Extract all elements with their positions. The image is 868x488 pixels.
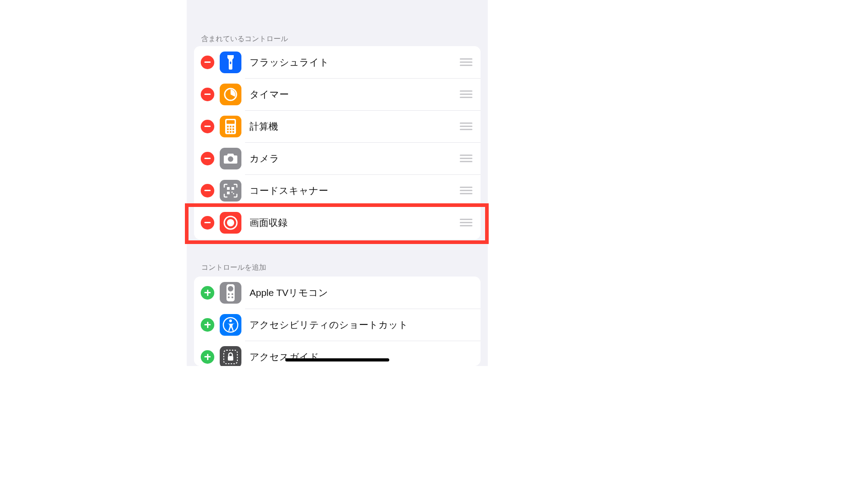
svg-rect-30 <box>228 356 233 361</box>
svg-point-9 <box>232 128 234 130</box>
list-item-flashlight[interactable]: フラッシュライト <box>194 46 481 78</box>
svg-point-13 <box>228 156 233 162</box>
item-label: フラッシュライト <box>250 56 460 69</box>
accessibility-icon <box>220 314 241 336</box>
included-controls-header: 含まれているコントロール <box>187 34 288 44</box>
apple-tv-remote-icon <box>220 282 241 304</box>
more-controls-list: Apple TVリモコン アクセシビリティのショートカット アクセスガイド <box>194 277 481 366</box>
svg-rect-0 <box>230 61 231 64</box>
svg-point-28 <box>229 319 232 322</box>
plus-icon <box>204 322 211 328</box>
minus-icon <box>204 158 211 159</box>
drag-handle-icon[interactable] <box>460 58 472 66</box>
svg-point-10 <box>227 131 229 133</box>
list-item-apple-tv-remote[interactable]: Apple TVリモコン <box>194 277 481 309</box>
plus-icon <box>204 290 211 296</box>
remove-button[interactable] <box>201 184 214 197</box>
list-item-camera[interactable]: カメラ <box>194 142 481 174</box>
svg-point-22 <box>228 286 233 291</box>
item-label: コードスキャナー <box>250 184 460 197</box>
screen-recording-icon <box>220 212 241 234</box>
drag-handle-icon[interactable] <box>460 155 472 162</box>
included-controls-list: フラッシュライト タイマー 計算機 カメラ <box>194 46 481 239</box>
svg-rect-16 <box>227 192 230 194</box>
add-button[interactable] <box>201 286 214 300</box>
list-item-guided-access[interactable]: アクセスガイド <box>194 341 481 366</box>
svg-point-26 <box>231 296 233 298</box>
remove-button[interactable] <box>201 88 214 101</box>
svg-rect-18 <box>233 193 235 194</box>
item-label: カメラ <box>250 152 460 165</box>
calculator-icon <box>220 116 241 137</box>
remove-button[interactable] <box>201 152 214 165</box>
svg-rect-14 <box>227 187 230 190</box>
svg-point-8 <box>230 128 231 130</box>
svg-point-20 <box>227 219 234 226</box>
svg-point-23 <box>228 293 230 295</box>
svg-point-25 <box>228 296 230 298</box>
minus-icon <box>204 94 211 95</box>
item-label: アクセシビリティのショートカット <box>250 319 481 331</box>
flashlight-icon <box>220 52 241 73</box>
svg-point-11 <box>230 131 231 133</box>
minus-icon <box>204 126 211 127</box>
list-item-code-scanner[interactable]: コードスキャナー <box>194 174 481 206</box>
timer-icon <box>220 84 241 105</box>
add-button[interactable] <box>201 318 214 332</box>
drag-handle-icon[interactable] <box>460 219 472 226</box>
svg-point-7 <box>227 128 229 130</box>
guided-access-icon <box>220 346 241 366</box>
code-scanner-icon <box>220 180 241 202</box>
list-item-calculator[interactable]: 計算機 <box>194 110 481 142</box>
remove-button[interactable] <box>201 216 214 230</box>
item-label: Apple TVリモコン <box>250 286 481 299</box>
drag-handle-icon[interactable] <box>460 122 472 130</box>
svg-point-6 <box>232 126 234 127</box>
svg-rect-3 <box>226 120 235 124</box>
svg-point-4 <box>227 126 229 127</box>
plus-icon <box>204 354 211 360</box>
home-indicator[interactable] <box>285 358 389 361</box>
svg-point-12 <box>232 131 234 133</box>
svg-rect-15 <box>231 187 234 190</box>
remove-button[interactable] <box>201 56 214 69</box>
drag-handle-icon[interactable] <box>460 187 472 194</box>
svg-point-5 <box>230 126 231 127</box>
list-item-timer[interactable]: タイマー <box>194 78 481 110</box>
list-item-accessibility-shortcut[interactable]: アクセシビリティのショートカット <box>194 309 481 341</box>
remove-button[interactable] <box>201 120 214 133</box>
list-item-screen-recording[interactable]: 画面収録 <box>194 206 481 239</box>
item-label: タイマー <box>250 88 460 101</box>
svg-point-24 <box>231 293 233 295</box>
camera-icon <box>220 148 241 169</box>
add-button[interactable] <box>201 350 214 364</box>
item-label: 計算機 <box>250 120 460 133</box>
minus-icon <box>204 190 211 191</box>
minus-icon <box>204 222 211 223</box>
more-controls-header: コントロールを追加 <box>187 263 266 272</box>
item-label: 画面収録 <box>250 216 460 229</box>
minus-icon <box>204 61 211 63</box>
svg-rect-17 <box>231 192 233 193</box>
settings-control-center-screen: 含まれているコントロール フラッシュライト タイマー 計算機 <box>187 0 488 366</box>
drag-handle-icon[interactable] <box>460 90 472 98</box>
